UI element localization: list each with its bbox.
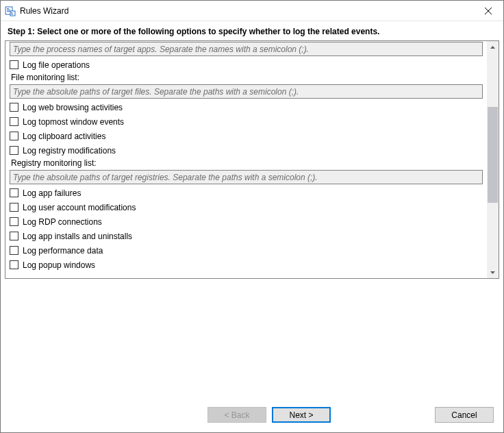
svg-rect-3 xyxy=(7,11,10,12)
vertical-scrollbar[interactable] xyxy=(487,41,499,278)
scroll-up-button[interactable] xyxy=(487,41,499,53)
window-title: Rules Wizard xyxy=(20,6,68,16)
label-log-app-failures: Log app failures xyxy=(23,188,81,198)
step-heading: Step 1: Select one or more of the follow… xyxy=(1,21,503,40)
svg-rect-5 xyxy=(11,12,12,13)
svg-rect-1 xyxy=(7,8,9,9)
app-icon xyxy=(5,5,16,16)
options-list: Log file operations File monitoring list… xyxy=(5,41,487,278)
checkbox-log-installs[interactable] xyxy=(10,232,18,240)
checkbox-log-app-failures[interactable] xyxy=(10,188,18,197)
checkbox-log-topmost[interactable] xyxy=(10,117,18,126)
label-log-user-account: Log user account modifications xyxy=(23,203,136,212)
label-log-perf: Log performance data xyxy=(23,246,103,256)
chevron-up-icon xyxy=(490,46,495,49)
label-log-web: Log web browsing activities xyxy=(23,103,123,112)
next-button[interactable]: Next > xyxy=(272,407,331,423)
titlebar: Rules Wizard xyxy=(1,1,503,21)
label-log-installs: Log app installs and uninstalls xyxy=(23,232,132,241)
checkbox-log-file-operations[interactable] xyxy=(10,60,18,69)
back-button: < Back xyxy=(207,407,266,423)
wizard-buttons: < Back Next > Cancel xyxy=(1,407,503,423)
file-monitoring-label: File monitoring list: xyxy=(5,72,487,84)
options-panel: Log file operations File monitoring list… xyxy=(5,40,499,279)
label-log-topmost: Log topmost window events xyxy=(23,117,124,127)
label-log-file-operations: Log file operations xyxy=(23,60,90,70)
checkbox-log-rdp[interactable] xyxy=(10,217,18,226)
svg-rect-4 xyxy=(10,11,15,16)
svg-rect-6 xyxy=(11,14,13,14)
checkbox-log-registry[interactable] xyxy=(10,146,18,155)
checkbox-log-clipboard[interactable] xyxy=(10,132,18,140)
checkbox-log-web[interactable] xyxy=(10,103,18,112)
label-log-rdp: Log RDP connections xyxy=(23,217,102,227)
checkbox-log-popup[interactable] xyxy=(10,260,18,269)
registry-monitoring-input[interactable] xyxy=(10,170,483,184)
close-icon xyxy=(485,8,492,14)
file-monitoring-input[interactable] xyxy=(10,84,483,99)
label-log-popup: Log popup windows xyxy=(23,260,95,270)
close-button[interactable] xyxy=(473,1,503,21)
chevron-down-icon xyxy=(490,271,495,274)
process-names-input[interactable] xyxy=(10,42,483,56)
cancel-button[interactable]: Cancel xyxy=(435,407,494,423)
checkbox-log-user-account[interactable] xyxy=(10,203,18,212)
wizard-window: Rules Wizard Step 1: Select one or more … xyxy=(0,0,504,433)
label-log-clipboard: Log clipboard activities xyxy=(23,132,105,141)
registry-monitoring-label: Registry monitoring list: xyxy=(5,158,487,170)
label-log-registry: Log registry modifications xyxy=(23,146,116,156)
scroll-down-button[interactable] xyxy=(487,267,499,278)
scroll-thumb[interactable] xyxy=(488,107,498,203)
svg-rect-2 xyxy=(7,10,10,10)
checkbox-log-perf[interactable] xyxy=(10,246,18,255)
